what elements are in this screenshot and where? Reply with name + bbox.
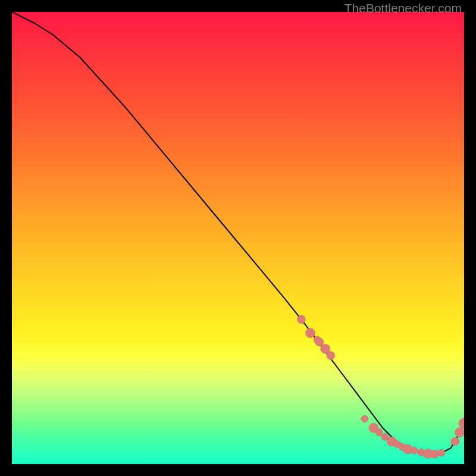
curve-svg [12,12,464,464]
marker-point [438,449,445,456]
chart-container: TheBottlenecker.com [0,0,476,476]
marker-point [327,352,335,360]
plot-area [12,12,464,464]
watermark-label: TheBottlenecker.com [345,1,462,15]
marker-point [431,450,439,458]
marker-point [451,437,459,446]
bottleneck-curve [12,12,464,454]
marker-point [459,418,464,429]
marker-point [306,328,315,338]
marker-group [297,315,464,459]
marker-point [411,447,418,454]
marker-point [455,428,464,437]
marker-point [361,415,368,422]
marker-point [297,315,305,324]
marker-point [375,429,383,436]
